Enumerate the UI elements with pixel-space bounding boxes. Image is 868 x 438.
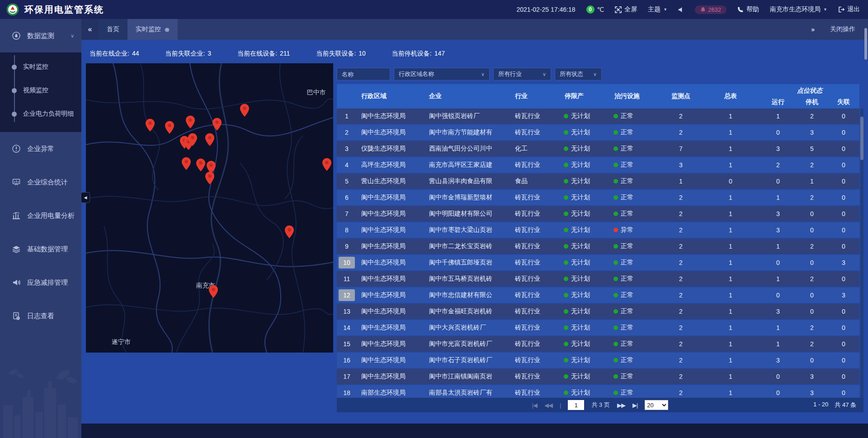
map-pin[interactable] [205, 171, 215, 185]
cell-monitor-points: 2 [660, 125, 701, 140]
cell-industry: 食品 [510, 174, 560, 189]
table-row[interactable]: 5营山生态环境局营山县润丰肉食品有限食品无计划正常10010 [337, 174, 859, 189]
sidebar-item-enterprise-abnormal[interactable]: 企业异常 [0, 132, 81, 165]
cell-stop-limit-status: 无计划 [560, 222, 610, 238]
tab-realtime-monitor[interactable]: 实时监控 ⊗ [127, 19, 178, 40]
map-pin[interactable] [212, 118, 222, 131]
cell-disconnected: 0 [828, 125, 859, 140]
table-row[interactable]: 16阆中生态环境局阆中市石子页岩机砖厂砖瓦行业无计划正常21300 [337, 353, 859, 368]
map-pin[interactable] [208, 285, 218, 298]
cell-row-number: 15 [337, 336, 357, 352]
cell-running: 1 [760, 239, 796, 254]
row-number: 11 [342, 275, 351, 283]
phone-icon [737, 6, 744, 13]
cell-total-meter: 1 [701, 353, 760, 368]
map-roads [86, 63, 333, 353]
cell-stop-limit-status-label: 无计划 [571, 356, 590, 364]
cell-facility-status: 正常 [610, 239, 660, 254]
sound-toggle[interactable] [678, 7, 684, 13]
close-operations-button[interactable]: 关闭操作 [830, 25, 855, 33]
fullscreen-button[interactable]: 全屏 [615, 5, 637, 14]
double-right-icon[interactable]: » [811, 26, 815, 33]
name-filter-field[interactable] [337, 68, 390, 80]
sidebar-subitem-video-monitor[interactable]: 视频监控 [0, 79, 81, 102]
page-number-input[interactable] [568, 400, 584, 410]
table-row[interactable]: 9阆中生态环境局阆中市二龙长宝页岩砖砖瓦行业无计划正常21120 [337, 239, 859, 254]
sidebar-item-emergency-reduction[interactable]: 应急减排管理 [0, 266, 81, 299]
tab-home[interactable]: 首页 [99, 19, 127, 40]
help-button[interactable]: 帮助 [737, 5, 759, 14]
map-pin[interactable] [240, 104, 250, 117]
table-row[interactable]: 18南部生态环境局南部县太洪页岩砖厂有砖瓦行业无计划正常21030 [337, 385, 859, 398]
map-pin[interactable] [322, 158, 332, 171]
status-filter-select[interactable]: 所有状态 ∨ [555, 68, 602, 80]
sidebar-item-power-usage-analysis[interactable]: 企业用电量分析 [0, 199, 81, 232]
name-filter-input[interactable] [342, 71, 385, 78]
region-filter-select[interactable]: 行政区域名称 ∨ [394, 68, 490, 80]
map-pin[interactable] [145, 118, 155, 132]
sidebar-subitem-power-load-detail[interactable]: 企业电力负荷明细 [0, 102, 81, 126]
logout-button[interactable]: 退出 [838, 5, 860, 14]
sidebar-item-log-view[interactable]: 日志查看 [0, 299, 81, 333]
notification-badge[interactable]: 2632 [695, 5, 726, 14]
table-row[interactable]: 12阆中生态环境局阆中市忠信建材有限公砖瓦行业无计划正常21003 [337, 287, 859, 303]
cell-monitor-points: 2 [660, 369, 701, 384]
page-scrollbar-thumb[interactable] [864, 28, 867, 60]
cell-region: 阆中生态环境局 [357, 239, 425, 254]
map-pin[interactable] [196, 158, 206, 172]
table-row[interactable]: 7阆中生态环境局阆中明阳建材有限公司砖瓦行业无计划正常21300 [337, 206, 859, 221]
prev-page-button[interactable]: ◀◀ [544, 402, 552, 409]
tab-close-icon[interactable]: ⊗ [165, 26, 170, 33]
cell-running: 0 [760, 287, 796, 303]
map-pin[interactable] [284, 225, 294, 239]
last-page-button[interactable]: ▶| [632, 402, 637, 409]
table-row[interactable]: 15阆中生态环境局阆中市光富页岩机砖厂砖瓦行业无计划正常21120 [337, 336, 859, 352]
sidebar-item-data-monitor[interactable]: 数据监测∨ [0, 19, 81, 52]
table-row[interactable]: 11阆中生态环境局阆中市五马桥页岩机砖砖瓦行业无计划正常21120 [337, 271, 859, 287]
table-row[interactable]: 6阆中生态环境局阆中市金博瑞新型墙材砖瓦行业无计划正常21120 [337, 190, 859, 205]
cell-row-number: 9 [337, 239, 357, 254]
map-collapse-button[interactable]: ◀ [81, 192, 90, 203]
page-size-select[interactable]: 20 [645, 400, 668, 410]
sidebar-item-enterprise-statistics[interactable]: 企业综合统计 [0, 165, 81, 199]
map-pin[interactable] [181, 157, 191, 170]
table-row[interactable]: 1阆中生态环境局阆中强锐页岩砖厂砖瓦行业无计划正常21120 [337, 108, 859, 124]
cell-row-number: 3 [337, 141, 357, 156]
map-pin[interactable] [205, 133, 215, 146]
theme-dropdown[interactable]: 主题 ▼ [648, 5, 667, 14]
table-scrollbar[interactable] [860, 108, 863, 398]
status-dot-icon [564, 114, 568, 118]
org-dropdown[interactable]: 南充市生态环境局 ▼ [770, 5, 827, 14]
log-icon [12, 311, 22, 320]
table-row[interactable]: 17阆中生态环境局阆中市江南镇阆南页岩砖瓦行业无计划正常21030 [337, 369, 859, 384]
sidebar-item-base-data-manage[interactable]: 基础数据管理 [0, 232, 81, 266]
cell-industry: 砖瓦行业 [510, 287, 560, 303]
next-page-button[interactable]: ▶▶ [617, 402, 625, 409]
table-row[interactable]: 8阆中生态环境局阆中市枣碧大梁山页岩砖瓦行业无计划异常21300 [337, 222, 859, 238]
sidebar-subitem-realtime-monitor[interactable]: 实时监控 [0, 55, 81, 79]
industry-filter-select[interactable]: 所有行业 ∨ [493, 68, 551, 80]
cell-disconnected: 0 [828, 385, 859, 398]
cell-disconnected: 0 [828, 369, 859, 384]
table-row[interactable]: 13阆中生态环境局阆中市金福旺页岩机砖砖瓦行业无计划正常21300 [337, 304, 859, 319]
map-panel[interactable]: 巴中市南充市遂宁市 [86, 63, 333, 353]
cell-facility-status: 正常 [610, 369, 660, 384]
table-scrollbar-thumb[interactable] [860, 117, 863, 160]
row-number: 3 [342, 145, 351, 152]
map-pin[interactable] [185, 115, 195, 129]
table-row[interactable]: 3仪陇生态环境局西南油气田分公司川中化工无计划正常71350 [337, 141, 859, 156]
help-label: 帮助 [746, 5, 759, 14]
table-row[interactable]: 10阆中生态环境局阆中千佛镇五郎垭页岩砖瓦行业无计划正常21003 [337, 255, 859, 270]
sidebar-subitem-label: 实时监控 [23, 63, 48, 71]
table-row[interactable]: 2阆中生态环境局阆中市南方节能建材有砖瓦行业无计划正常21030 [337, 125, 859, 140]
first-page-button[interactable]: |◀ [532, 402, 537, 409]
cell-total-meter: 1 [701, 385, 760, 398]
map-pin[interactable] [165, 121, 175, 134]
status-dot-icon [564, 342, 568, 346]
table-row[interactable]: 14阆中生态环境局阆中大兴页岩机砖厂砖瓦行业无计划正常21120 [337, 320, 859, 335]
tabs-scroll-left-button[interactable]: « [81, 19, 99, 40]
map-pin[interactable] [188, 133, 198, 146]
cell-facility-status-label: 正常 [621, 340, 633, 348]
table-row[interactable]: 4高坪生态环境局南充市高坪区王家店建砖瓦行业无计划正常31220 [337, 157, 859, 173]
row-number: 10 [339, 257, 355, 268]
